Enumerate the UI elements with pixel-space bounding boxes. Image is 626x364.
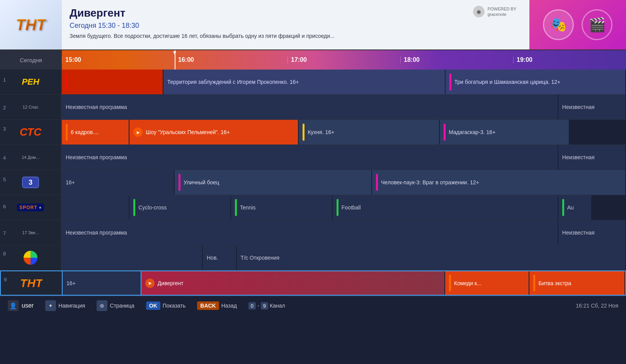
epg-row-4: 4 14 Дом... Неизвестная программа Неизве… (0, 145, 626, 170)
prog-label: 6 кадров.... (71, 129, 99, 135)
prog-dom-1[interactable]: Неизвестная программа (62, 145, 558, 170)
prog-label: Комеди к... (454, 280, 481, 286)
epg-grid: 1 РЕН Территория заблуждений с Игорем Пр… (0, 70, 626, 296)
prog-tv3-1[interactable]: 16+ (62, 170, 175, 195)
prog-tv3-2[interactable]: Уличный боец (175, 170, 372, 195)
prog-zve-2[interactable]: Неизвестная (558, 220, 626, 245)
gracenote-icon: ◉ (473, 6, 485, 17)
time-cursor (175, 50, 175, 70)
time-slot-1900: 19:00 (513, 56, 626, 63)
prog-sport-3[interactable]: Tennis (231, 195, 333, 220)
prog-dom-2[interactable]: Неизвестная (558, 145, 626, 170)
prog-label: Битва экстра (538, 280, 571, 286)
prog-ctc-3[interactable]: Кухня. 16+ (299, 120, 440, 145)
tv3-logo: 3 (22, 177, 39, 188)
prog-label: Неизвестная (562, 230, 595, 236)
channel-cell-tv3[interactable]: 5 3 (0, 170, 62, 195)
user-info: 👤 user (8, 300, 34, 311)
accent (562, 199, 564, 216)
channel-cell-spas[interactable]: 2 12 Спас (0, 95, 62, 119)
ren-logo: РЕН (22, 77, 39, 87)
channel-cell-tnt[interactable]: 9 ТНТ (1, 271, 63, 295)
channel-number-6: 6 (3, 204, 6, 209)
accent (449, 275, 451, 291)
programs-row-7: Неизвестная программа Неизвестная (62, 220, 626, 245)
programs-row-3: 6 кадров.... Шоу "Уральских Пельменей". … (62, 120, 626, 145)
accent (235, 199, 237, 216)
username: user (22, 302, 34, 309)
prog-label: Tennis (240, 204, 255, 211)
channel-number-7: 7 (3, 230, 6, 236)
channel-cell-dom[interactable]: 4 14 Дом... (0, 145, 62, 170)
prog-label: Au (567, 204, 574, 211)
header-program-desc: Земля будущего. Все подростки, достигшие… (70, 33, 452, 39)
ok-btn[interactable]: OK Показать (146, 301, 186, 310)
header-program-time: Сегодня 15:30 - 18:30 (70, 22, 452, 30)
gracenote-text: POWERED BYgracenote (488, 6, 517, 17)
prog-sport-1[interactable] (62, 195, 129, 220)
programs-row-6: Cyclo-cross Tennis Football Au (62, 195, 626, 220)
prog-label: Cyclo-cross (138, 204, 167, 211)
prog-sport-5[interactable]: Au (558, 195, 592, 220)
prog-o-1[interactable] (62, 245, 203, 270)
channel-cell-ctc[interactable]: 3 СТС (0, 120, 62, 145)
prog-tnt-1[interactable]: 16+ (63, 271, 141, 295)
channel-cell-sport[interactable]: 6 SPORT + (0, 195, 62, 220)
prog-sport-football[interactable]: Football (333, 195, 558, 220)
prog-spas-2[interactable]: Неизвестная (558, 95, 626, 119)
channel-cell-ren[interactable]: 1 РЕН (0, 70, 62, 94)
accent (179, 174, 180, 191)
time-slot-1500: 15:00 (62, 56, 175, 63)
header-program-title: Дивергент (70, 7, 452, 19)
channel-number-3: 3 (3, 126, 6, 132)
prog-zve-1[interactable]: Неизвестная программа (62, 220, 558, 245)
prog-label: Неизвестная программа (66, 154, 127, 160)
time-ruler: Сегодня 15:00 16:00 17:00 18:00 19:00 (0, 50, 626, 70)
prog-label: Неизвестная (562, 104, 595, 110)
theater-icon-btn[interactable]: 🎭 (543, 9, 574, 40)
epg-row-1: 1 РЕН Территория заблуждений с Игорем Пр… (0, 70, 626, 95)
accent (533, 275, 535, 291)
prog-ren-1[interactable] (62, 70, 163, 94)
channel-cell-o[interactable]: 8 (0, 245, 62, 270)
channel-cell-zvezda[interactable]: 7 17 Зве... (0, 220, 62, 245)
o-logo (24, 251, 37, 265)
prog-o-2[interactable]: Нов. (203, 245, 237, 270)
prog-ren-2[interactable]: Территория заблуждений с Игорем Прокопен… (163, 70, 446, 94)
tnt-logo-row: ТНТ (20, 277, 43, 290)
page-label: Страница (110, 303, 134, 309)
key-9: 9 (261, 302, 268, 310)
prog-label: Football (342, 204, 361, 211)
prog-label: Дивергент (158, 280, 184, 286)
show-label: Показать (163, 303, 186, 309)
epg-row-5: 5 3 16+ Уличный боец Человек-паук-3: Вра… (0, 170, 626, 195)
programs-row-5: 16+ Уличный боец Человек-паук-3: Враг в … (62, 170, 626, 195)
programs-row-4: Неизвестная программа Неизвестная (62, 145, 626, 170)
prog-label: Неизвестная программа (66, 104, 127, 110)
prog-label: Территория заблуждений с Игорем Прокопен… (167, 79, 299, 85)
prog-label: Шоу "Уральских Пельменей". 16+ (146, 129, 230, 135)
prog-label: Мадагаскар-3. 16+ (449, 129, 495, 135)
top-icons-area: 🎭 🎬 (529, 0, 626, 49)
film-icon-btn[interactable]: 🎬 (582, 9, 612, 40)
page-btn[interactable]: ⊕ Страница (97, 300, 134, 311)
prog-tv3-3[interactable]: Человек-паук-3: Враг в отражении. 12+ (372, 170, 626, 195)
prog-ctc-2[interactable]: Шоу "Уральских Пельменей". 16+ (129, 120, 299, 145)
prog-ctc-1[interactable]: 6 кадров.... (62, 120, 129, 145)
prog-o-3[interactable]: Т/с Откровения (237, 245, 626, 270)
prog-tnt-3[interactable]: Комеди к... (445, 271, 529, 295)
time-slots: 15:00 16:00 17:00 18:00 19:00 (62, 50, 626, 70)
header-channel-logo: ТНТ (0, 0, 62, 49)
prog-tnt-4[interactable]: Битва экстра (529, 271, 625, 295)
prog-spas-1[interactable]: Неизвестная программа (62, 95, 558, 119)
back-btn[interactable]: BACK Назад (197, 301, 237, 310)
prog-sport-2[interactable]: Cyclo-cross (129, 195, 231, 220)
prog-ren-3[interactable]: Три богатыря и Шамаханская царица. 12+ (446, 70, 626, 94)
accent (449, 73, 451, 91)
prog-ctc-4[interactable]: Мадагаскар-3. 16+ (440, 120, 570, 145)
prog-tnt-divergent[interactable]: Дивергент (141, 271, 445, 295)
navigation-btn[interactable]: ✦ Навигация (45, 300, 85, 311)
header-program-info: Дивергент Сегодня 15:30 - 18:30 Земля бу… (62, 0, 460, 49)
play-icon (133, 128, 143, 137)
user-avatar: 👤 (8, 300, 19, 311)
